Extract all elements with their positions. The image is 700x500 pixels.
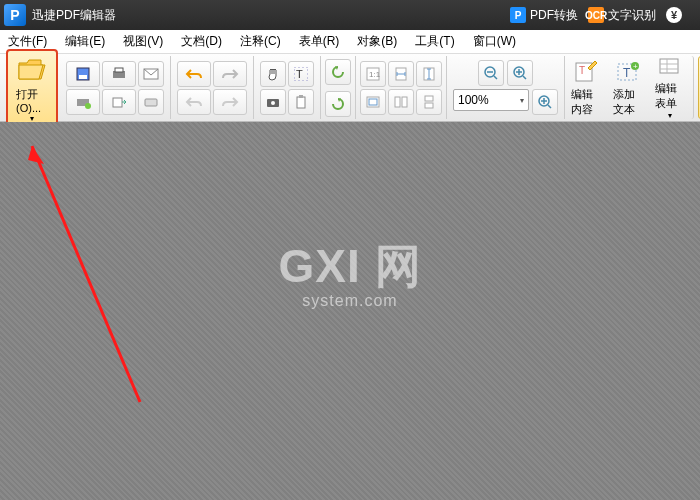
menu-comment[interactable]: 注释(C) <box>240 33 281 50</box>
quick-print-button[interactable] <box>66 89 100 115</box>
edit-form-icon <box>655 55 685 79</box>
yen-icon: ¥ <box>666 7 682 23</box>
email-button[interactable] <box>138 61 164 87</box>
add-text-button[interactable]: T+ 添加文本 <box>607 56 649 119</box>
zoom-marquee-button[interactable] <box>532 89 558 115</box>
svg-rect-14 <box>299 95 303 98</box>
zoom-out-button[interactable] <box>478 60 504 86</box>
undo-group <box>177 61 247 115</box>
menu-view[interactable]: 视图(V) <box>123 33 163 50</box>
ocr-button[interactable]: OCR 文字识别 <box>588 7 656 24</box>
edit-content-icon: T <box>571 58 601 85</box>
menu-document[interactable]: 文档(D) <box>181 33 222 50</box>
ocr-icon: OCR <box>588 7 604 23</box>
zoom-in-button[interactable] <box>507 60 533 86</box>
app-title: 迅捷PDF编辑器 <box>32 7 116 24</box>
clipboard-button[interactable] <box>288 89 314 115</box>
zoom-level-input[interactable]: 100% ▾ <box>453 89 529 111</box>
svg-rect-13 <box>297 97 305 108</box>
pdf-convert-label: PDF转换 <box>530 7 578 24</box>
svg-point-12 <box>271 101 275 105</box>
hand-tool-button[interactable] <box>260 61 286 87</box>
workspace-bg <box>0 122 700 500</box>
svg-line-27 <box>494 76 497 79</box>
undo-button[interactable] <box>177 61 211 87</box>
fit-width-button[interactable] <box>416 61 442 87</box>
svg-rect-3 <box>115 68 123 72</box>
menu-file[interactable]: 文件(F) <box>8 33 47 50</box>
svg-text:+: + <box>633 62 638 71</box>
svg-point-6 <box>85 103 91 109</box>
svg-text:T: T <box>623 66 631 80</box>
pdf-convert-button[interactable]: P PDF转换 <box>510 7 578 24</box>
continuous-button[interactable] <box>416 89 442 115</box>
svg-rect-42 <box>660 59 678 73</box>
edit-group: T 编辑内容 T+ 添加文本 编辑表单 ▾ 注释 ▾ 测量 <box>565 56 700 119</box>
file-ops-group <box>66 61 164 115</box>
svg-rect-23 <box>425 96 433 101</box>
titlebar: 迅捷PDF编辑器 P PDF转换 OCR 文字识别 ¥ <box>0 0 700 30</box>
edit-form-button[interactable]: 编辑表单 ▾ <box>649 56 694 119</box>
svg-rect-21 <box>395 97 400 107</box>
zoom-dropdown-icon: ▾ <box>520 96 524 105</box>
svg-rect-24 <box>425 103 433 108</box>
scanner-button[interactable] <box>138 89 164 115</box>
edit-content-label: 编辑内容 <box>571 87 601 117</box>
menu-tool[interactable]: 工具(T) <box>415 33 454 50</box>
watermark: GXI 网 system.com <box>278 236 421 310</box>
pdf-convert-icon: P <box>510 7 526 23</box>
app-icon <box>4 4 26 26</box>
zoom-group: 100% ▾ <box>447 56 565 119</box>
zoom-level-value: 100% <box>458 93 489 107</box>
redo-all-button[interactable] <box>213 89 247 115</box>
menu-edit[interactable]: 编辑(E) <box>65 33 105 50</box>
undo-all-button[interactable] <box>177 89 211 115</box>
svg-line-35 <box>548 105 551 108</box>
menubar: 文件(F) 编辑(E) 视图(V) 文档(D) 注释(C) 表单(R) 对象(B… <box>0 30 700 54</box>
page-scale-group: 1:1 <box>360 61 442 115</box>
open-label: 打开(O)... <box>16 87 48 114</box>
export-button[interactable] <box>102 89 136 115</box>
folder-open-icon <box>16 53 48 85</box>
text-select-button[interactable]: T <box>288 61 314 87</box>
ocr-label: 文字识别 <box>608 7 656 24</box>
rotate-ccw-button[interactable] <box>325 59 351 85</box>
menu-form[interactable]: 表单(R) <box>299 33 340 50</box>
svg-line-31 <box>523 76 526 79</box>
add-text-icon: T+ <box>613 58 643 85</box>
facing-pages-button[interactable] <box>388 89 414 115</box>
svg-text:T: T <box>579 65 585 76</box>
edit-form-label: 编辑表单 <box>655 81 685 111</box>
edit-content-button[interactable]: T 编辑内容 <box>565 56 607 119</box>
svg-rect-7 <box>113 98 122 107</box>
menu-window[interactable]: 窗口(W) <box>473 33 516 50</box>
svg-text:T: T <box>296 68 303 80</box>
svg-rect-1 <box>79 75 87 79</box>
toolbar: 打开(O)... ▾ <box>0 54 700 122</box>
fit-page-button[interactable] <box>388 61 414 87</box>
save-button[interactable] <box>66 61 100 87</box>
snapshot-button[interactable] <box>260 89 286 115</box>
add-text-label: 添加文本 <box>613 87 643 117</box>
actual-size-button[interactable]: 1:1 <box>360 61 386 87</box>
select-group: T <box>260 61 314 115</box>
edit-form-dropdown-icon: ▾ <box>668 111 672 120</box>
purchase-button[interactable]: ¥ <box>666 7 686 23</box>
print-button[interactable] <box>102 61 136 87</box>
watermark-line1: GXI 网 <box>278 236 421 298</box>
open-button[interactable]: 打开(O)... ▾ <box>6 49 58 127</box>
svg-rect-22 <box>402 97 407 107</box>
redo-button[interactable] <box>213 61 247 87</box>
svg-rect-8 <box>145 99 157 106</box>
svg-text:1:1: 1:1 <box>369 70 381 79</box>
fit-visible-button[interactable] <box>360 89 386 115</box>
menu-object[interactable]: 对象(B) <box>357 33 397 50</box>
workspace: GXI 网 system.com <box>0 122 700 500</box>
rotate-cw-button[interactable] <box>325 91 351 117</box>
